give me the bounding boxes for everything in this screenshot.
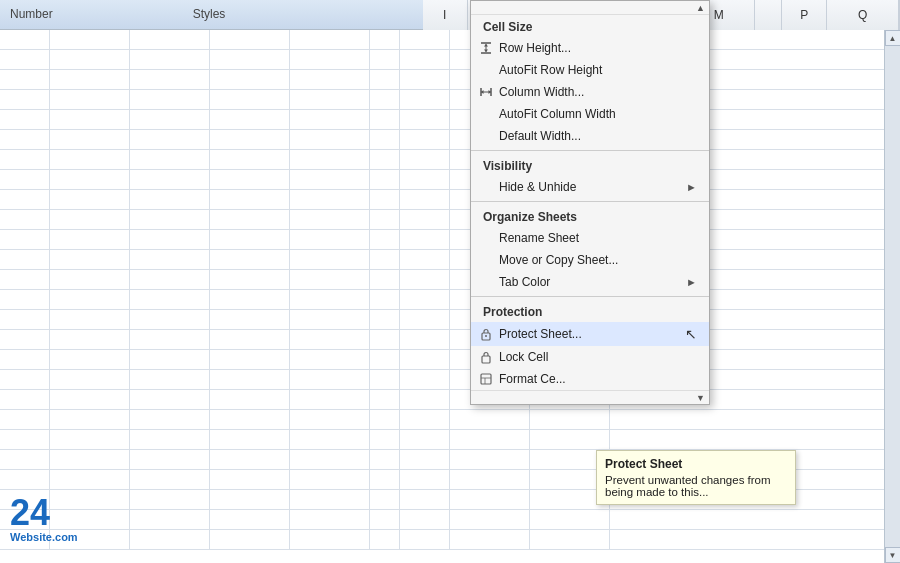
grid-cell[interactable] xyxy=(210,450,290,470)
format-cells-item[interactable]: Format Ce... xyxy=(471,368,709,390)
grid-cell[interactable] xyxy=(0,270,50,290)
grid-cell[interactable] xyxy=(370,510,400,530)
grid-cell[interactable] xyxy=(530,430,610,450)
grid-cell[interactable] xyxy=(0,310,50,330)
grid-cell[interactable] xyxy=(210,530,290,550)
grid-cell[interactable] xyxy=(400,490,450,510)
grid-cell[interactable] xyxy=(370,250,400,270)
grid-cell[interactable] xyxy=(370,370,400,390)
grid-cell[interactable] xyxy=(50,170,130,190)
grid-cell[interactable] xyxy=(450,470,530,490)
grid-cell[interactable] xyxy=(50,50,130,70)
grid-cell[interactable] xyxy=(0,330,50,350)
grid-cell[interactable] xyxy=(210,70,290,90)
grid-cell[interactable] xyxy=(130,330,210,350)
grid-cell[interactable] xyxy=(370,270,400,290)
grid-cell[interactable] xyxy=(210,150,290,170)
grid-cell[interactable] xyxy=(400,190,450,210)
grid-cell[interactable] xyxy=(400,330,450,350)
grid-cell[interactable] xyxy=(50,270,130,290)
grid-cell[interactable] xyxy=(0,250,50,270)
menu-scroll-down[interactable]: ▼ xyxy=(471,390,709,404)
grid-cell[interactable] xyxy=(290,190,370,210)
move-copy-sheet-item[interactable]: Move or Copy Sheet... xyxy=(471,249,709,271)
grid-cell[interactable] xyxy=(400,270,450,290)
grid-cell[interactable] xyxy=(0,90,50,110)
grid-cell[interactable] xyxy=(0,410,50,430)
grid-cell[interactable] xyxy=(370,70,400,90)
grid-cell[interactable] xyxy=(130,150,210,170)
grid-cell[interactable] xyxy=(400,370,450,390)
grid-cell[interactable] xyxy=(210,30,290,50)
grid-cell[interactable] xyxy=(370,350,400,370)
grid-cell[interactable] xyxy=(400,510,450,530)
grid-cell[interactable] xyxy=(130,190,210,210)
grid-cell[interactable] xyxy=(130,90,210,110)
grid-cell[interactable] xyxy=(400,390,450,410)
grid-cell[interactable] xyxy=(290,530,370,550)
lock-cell-item[interactable]: Lock Cell xyxy=(471,346,709,368)
grid-cell[interactable] xyxy=(400,50,450,70)
grid-cell[interactable] xyxy=(0,30,50,50)
grid-cell[interactable] xyxy=(290,50,370,70)
grid-cell[interactable] xyxy=(130,490,210,510)
grid-cell[interactable] xyxy=(0,230,50,250)
grid-cell[interactable] xyxy=(370,430,400,450)
grid-cell[interactable] xyxy=(130,410,210,430)
grid-cell[interactable] xyxy=(0,170,50,190)
grid-cell[interactable] xyxy=(290,390,370,410)
grid-cell[interactable] xyxy=(50,30,130,50)
row-height-item[interactable]: Row Height... xyxy=(471,37,709,59)
menu-scroll-up[interactable]: ▲ xyxy=(471,1,709,15)
grid-cell[interactable] xyxy=(290,250,370,270)
grid-cell[interactable] xyxy=(370,230,400,250)
grid-cell[interactable] xyxy=(370,290,400,310)
grid-cell[interactable] xyxy=(50,110,130,130)
grid-cell[interactable] xyxy=(370,130,400,150)
grid-cell[interactable] xyxy=(130,530,210,550)
grid-cell[interactable] xyxy=(530,530,610,550)
grid-cell[interactable] xyxy=(400,90,450,110)
grid-cell[interactable] xyxy=(290,450,370,470)
grid-cell[interactable] xyxy=(210,210,290,230)
grid-cell[interactable] xyxy=(50,430,130,450)
grid-cell[interactable] xyxy=(400,150,450,170)
grid-cell[interactable] xyxy=(400,290,450,310)
grid-cell[interactable] xyxy=(370,190,400,210)
grid-cell[interactable] xyxy=(50,370,130,390)
grid-cell[interactable] xyxy=(130,430,210,450)
grid-cell[interactable] xyxy=(0,290,50,310)
col-header-Q[interactable]: Q xyxy=(827,0,899,30)
grid-cell[interactable] xyxy=(50,410,130,430)
grid-cell[interactable] xyxy=(370,450,400,470)
grid-cell[interactable] xyxy=(370,30,400,50)
grid-cell[interactable] xyxy=(210,430,290,450)
grid-cell[interactable] xyxy=(210,250,290,270)
grid-cell[interactable] xyxy=(400,170,450,190)
grid-cell[interactable] xyxy=(290,310,370,330)
grid-cell[interactable] xyxy=(370,110,400,130)
grid-cell[interactable] xyxy=(130,30,210,50)
grid-cell[interactable] xyxy=(530,510,610,530)
grid-cell[interactable] xyxy=(130,390,210,410)
grid-cell[interactable] xyxy=(50,390,130,410)
grid-cell[interactable] xyxy=(290,270,370,290)
col-header-P[interactable]: P xyxy=(782,0,827,30)
grid-cell[interactable] xyxy=(290,470,370,490)
grid-cell[interactable] xyxy=(130,270,210,290)
grid-cell[interactable] xyxy=(290,410,370,430)
grid-cell[interactable] xyxy=(0,470,50,490)
autofit-row-height-item[interactable]: AutoFit Row Height xyxy=(471,59,709,81)
grid-cell[interactable] xyxy=(0,190,50,210)
grid-cell[interactable] xyxy=(370,150,400,170)
col-header-I[interactable]: I xyxy=(423,0,468,30)
grid-cell[interactable] xyxy=(50,190,130,210)
grid-cell[interactable] xyxy=(370,310,400,330)
grid-cell[interactable] xyxy=(450,410,530,430)
grid-cell[interactable] xyxy=(450,450,530,470)
grid-cell[interactable] xyxy=(290,110,370,130)
tab-color-item[interactable]: Tab Color ► xyxy=(471,271,709,293)
grid-cell[interactable] xyxy=(400,230,450,250)
grid-cell[interactable] xyxy=(130,310,210,330)
grid-cell[interactable] xyxy=(50,450,130,470)
